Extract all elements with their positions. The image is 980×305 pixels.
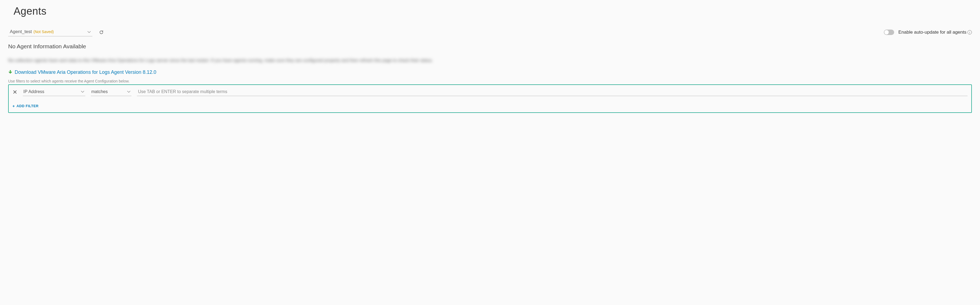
page-title: Agents [14,5,972,17]
add-filter-button[interactable]: + ADD FILTER [13,104,38,108]
download-icon [8,70,13,74]
add-filter-label: ADD FILTER [17,104,38,108]
top-controls-right: Enable auto-update for all agents i [884,30,972,35]
top-controls-left: Agent_test (Not Saved) [8,28,103,36]
no-agent-info-message: No Agent Information Available [8,43,972,50]
remove-filter-button[interactable] [13,90,18,94]
auto-update-label-text: Enable auto-update for all agents [899,30,966,35]
filter-operator-value: matches [91,89,108,94]
agent-group-name: Agent_test [10,29,32,35]
download-row: Download VMware Aria Operations for Logs… [8,70,972,75]
agent-group-select[interactable]: Agent_test (Not Saved) [8,28,92,36]
filter-hint-text: Use filters to select which agents recei… [8,79,972,83]
svg-rect-1 [10,70,11,72]
top-controls-row: Agent_test (Not Saved) Enable auto-updat… [8,28,972,36]
toggle-knob [885,30,889,35]
agent-group-status: (Not Saved) [33,30,54,34]
chevron-down-icon [81,91,84,93]
filter-value-input[interactable] [137,88,967,96]
filter-row: IP Address matches [13,88,967,96]
info-icon[interactable]: i [967,30,972,35]
chevron-down-icon [127,91,130,93]
download-agent-link[interactable]: Download VMware Aria Operations for Logs… [15,70,156,75]
chevron-down-icon [88,31,91,33]
auto-update-toggle[interactable] [884,30,894,35]
filter-field-value: IP Address [23,89,44,94]
filter-field-select[interactable]: IP Address [23,88,85,96]
filter-operator-select[interactable]: matches [91,88,132,96]
filter-panel: IP Address matches + ADD FILTER [8,84,972,113]
auto-update-label: Enable auto-update for all agents i [899,30,972,35]
blurred-help-text: No collection agents have sent data to t… [8,57,972,65]
plus-icon: + [13,104,15,108]
refresh-icon[interactable] [99,30,103,35]
